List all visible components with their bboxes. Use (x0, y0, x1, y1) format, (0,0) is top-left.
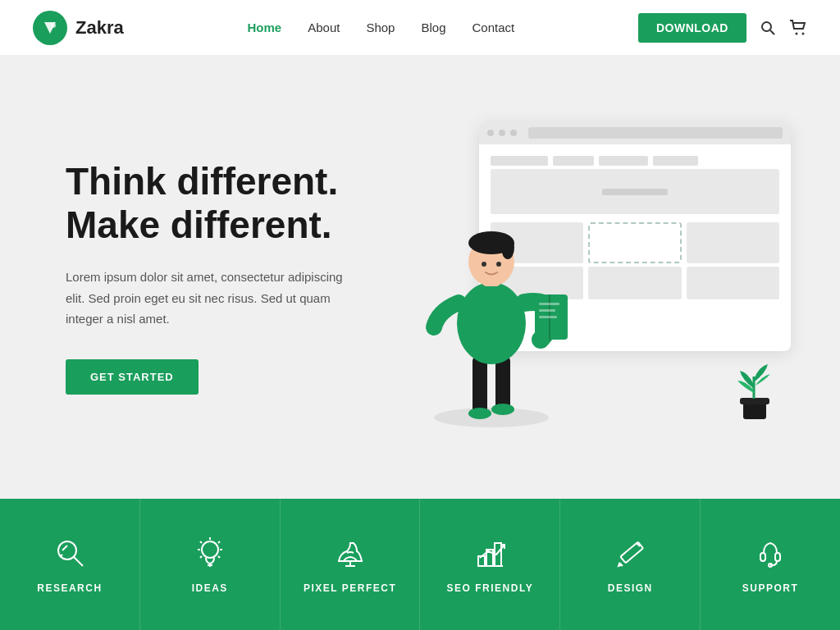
svg-point-3 (795, 32, 797, 34)
pixel-perfect-label: PIXEL PERFECT (304, 582, 396, 594)
header: Zakra Home About Shop Blog Contact DOWNL… (0, 0, 840, 56)
hero-illustration (381, 105, 791, 450)
feature-ideas[interactable]: IDEAS (140, 499, 281, 630)
feature-seo[interactable]: SEO FRIENDLY (420, 499, 560, 630)
person-figure (413, 176, 578, 433)
nav-home[interactable]: Home (248, 21, 282, 34)
main-nav: Home About Shop Blog Contact (248, 21, 515, 34)
download-button[interactable]: DOWNLOAD (638, 13, 746, 43)
svg-rect-17 (539, 303, 559, 305)
svg-line-37 (200, 556, 202, 558)
svg-point-9 (491, 404, 514, 415)
svg-line-35 (218, 541, 220, 543)
svg-rect-18 (539, 309, 555, 312)
svg-rect-23 (740, 398, 769, 404)
browser-bar (479, 121, 791, 144)
svg-rect-49 (775, 553, 780, 561)
logo[interactable]: Zakra (33, 11, 124, 45)
svg-line-27 (62, 546, 67, 550)
svg-line-34 (200, 541, 202, 543)
browser-bar-placeholder (553, 156, 594, 166)
browser-dot-2 (499, 130, 505, 136)
grid-cell-dashed (588, 222, 681, 263)
seo-label: SEO FRIENDLY (447, 582, 534, 594)
svg-point-14 (501, 236, 514, 259)
browser-bar-placeholder (653, 156, 698, 166)
svg-rect-45 (620, 542, 643, 564)
svg-line-38 (218, 556, 220, 558)
svg-point-0 (51, 23, 56, 28)
research-icon (52, 535, 88, 571)
svg-point-5 (434, 408, 549, 427)
nav-about[interactable]: About (308, 21, 340, 34)
svg-point-20 (482, 262, 486, 267)
plant-decoration (725, 348, 783, 425)
ideas-label: IDEAS (192, 582, 228, 594)
grid-cell (687, 222, 779, 263)
nav-shop[interactable]: Shop (366, 21, 395, 34)
browser-address-bar (528, 127, 783, 139)
svg-point-21 (496, 262, 501, 267)
svg-rect-48 (760, 553, 765, 561)
nav-blog[interactable]: Blog (421, 21, 445, 34)
nav-contact[interactable]: Contact (472, 21, 514, 34)
svg-line-2 (770, 30, 774, 34)
svg-point-10 (457, 282, 526, 364)
search-button[interactable] (760, 20, 776, 36)
svg-point-8 (468, 408, 491, 419)
svg-line-26 (74, 557, 83, 566)
hero-section: Think different. Make different. Lorem i… (0, 56, 840, 499)
svg-rect-6 (472, 356, 487, 413)
support-label: SUPPORT (742, 582, 799, 594)
design-label: DESIGN (608, 582, 653, 594)
svg-rect-42 (478, 556, 485, 566)
svg-point-4 (801, 32, 804, 34)
row2-cell (588, 267, 681, 299)
support-icon (752, 535, 788, 571)
browser-dot-3 (510, 130, 517, 136)
feature-design[interactable]: DESIGN (560, 499, 701, 630)
features-bar: RESEARCH IDEAS (0, 499, 840, 630)
feature-pixel-perfect[interactable]: PIXEL PERFECT (281, 499, 421, 630)
hero-content: Think different. Make different. Lorem i… (66, 160, 410, 394)
svg-rect-19 (539, 316, 557, 318)
svg-point-1 (762, 22, 771, 31)
browser-bar-placeholder (491, 156, 548, 166)
hero-description: Lorem ipsum dolor sit amet, consectetur … (66, 267, 345, 330)
cart-icon (789, 20, 807, 36)
search-icon (760, 20, 776, 36)
seo-icon (472, 535, 508, 571)
svg-point-29 (202, 541, 218, 558)
browser-dot-1 (487, 130, 494, 136)
pixel-perfect-icon (332, 535, 368, 571)
hero-title: Think different. Make different. (66, 160, 410, 247)
get-started-button[interactable]: GET STARTED (66, 359, 199, 395)
feature-support[interactable]: SUPPORT (701, 499, 840, 630)
research-label: RESEARCH (37, 582, 102, 594)
browser-bar-placeholder (599, 156, 648, 166)
logo-icon (33, 11, 67, 45)
nav-right: DOWNLOAD (638, 13, 807, 43)
ideas-icon (192, 535, 228, 571)
banner-placeholder (602, 189, 668, 195)
logo-text: Zakra (75, 17, 124, 39)
feature-research[interactable]: RESEARCH (0, 499, 140, 630)
row2-cell (687, 267, 779, 299)
svg-rect-7 (495, 356, 510, 409)
cart-button[interactable] (789, 20, 807, 36)
design-icon (612, 535, 648, 571)
